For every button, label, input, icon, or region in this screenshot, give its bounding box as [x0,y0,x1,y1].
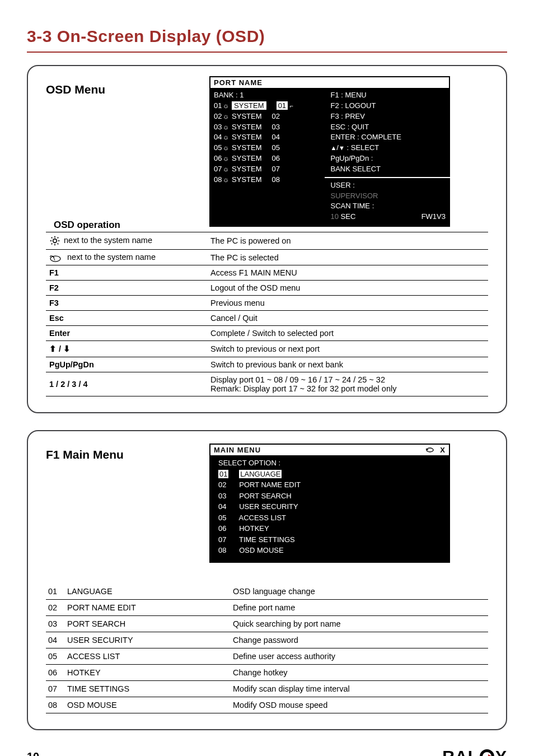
table-row: next to the system nameThe PC is selecte… [46,250,488,265]
osd-firmware: FW1V3 [421,212,446,222]
main-menu-item: 04 USER SECURITY [218,501,444,512]
osd-user-value: SUPERVISOR [330,191,446,202]
osd-port-row: 01☼ SYSTEM 01 ⌐ [214,101,321,111]
osd-port-row: 07☼ SYSTEM 07 [214,164,321,175]
table-row: EscCancel / Quit [46,311,488,326]
table-row: 06HOTKEYChange hotkey [46,665,488,681]
table-row: 02PORT NAME EDITDefine port name [46,600,488,616]
osd-help-line: ESC : QUIT [330,122,446,133]
logo-o-icon [480,749,494,756]
svg-line-8 [58,237,59,239]
main-menu-item: 02 PORT NAME EDIT [218,479,444,491]
table-row: 07TIME SETTINGSModify scan display time … [46,681,488,697]
main-menu-item: 01 LANGUAGE [218,469,444,480]
f1-main-menu-panel: F1 Main Menu MAIN MENU X SELECT OPTION :… [27,430,507,730]
main-menu-item: 07 TIME SETTINGS [218,534,444,545]
table-row: 01LANGUAGEOSD language change [46,584,488,600]
svg-line-7 [51,244,53,245]
table-row: F3Previous menu [46,296,488,311]
table-row: 05ACCESS LISTDefine user access authorit… [46,648,488,665]
title-rule [27,52,507,53]
osd-header: PORT NAME [210,77,449,88]
page-number: 10 [27,750,39,756]
osd-port-name-screenshot: PORT NAME BANK : 1 01☼ SYSTEM 01 ⌐02☼ SY… [209,76,450,227]
osd-menu-panel: OSD Menu PORT NAME BANK : 1 01☼ SYSTEM 0… [27,65,507,413]
main-menu-item: 08 OSD MOUSE [218,545,444,556]
main-menu-screenshot: MAIN MENU X SELECT OPTION : 01 LANGUAGE0… [209,444,450,563]
table-row: ⬆ / ⬇Switch to previous or next port [46,341,488,357]
up-down-arrows-icon: ⬆ / ⬇ [49,344,71,353]
table-row: F2Logout of the OSD menu [46,281,488,296]
osd-help-line: BANK SELECT [330,164,446,175]
table-row: PgUp/PgDnSwitch to previous bank or next… [46,357,488,372]
table-row: F1Access F1 MAIN MENU [46,265,488,281]
osd-port-row: 08☼ SYSTEM 08 [214,175,321,185]
table-row: next to the system nameThe PC is powered… [46,232,488,250]
osd-port-row: 05☼ SYSTEM 05 [214,143,321,153]
svg-point-0 [53,239,57,243]
osd-user-label: USER : [330,180,446,191]
osd-scan-label: SCAN TIME : [330,201,446,212]
osd-port-row: 06☼ SYSTEM 06 [214,153,321,164]
table-row: 04USER SECURITYChange password [46,632,488,648]
osd-bank-line: BANK : 1 [214,90,321,101]
main-menu-item: 06 HOTKEY [218,523,444,534]
osd-port-row: 02☼ SYSTEM 02 [214,111,321,122]
table-row: 03PORT SEARCHQuick searching by port nam… [46,616,488,632]
section-title: 3-3 On-Screen Display (OSD) [27,27,507,46]
osd-help-line: ▲/▼ : SELECT [330,143,446,153]
osd-scan-unit: SEC [341,212,356,221]
svg-line-6 [58,244,59,245]
main-menu-header: MAIN MENU [214,446,261,454]
osd-port-row: 03☼ SYSTEM 03 [214,122,321,133]
main-menu-item: 05 ACCESS LIST [218,512,444,524]
mouse-icon [49,253,64,262]
osd-scan-value: 10 [330,212,338,221]
table-row: EnterComplete / Switch to selected port [46,326,488,341]
brand-logo: RALY [442,747,507,756]
osd-help-line: ENTER : COMPLETE [330,132,446,143]
table-row: 08OSD MOUSEModify OSD mouse speed [46,697,488,713]
svg-point-9 [50,256,60,262]
osd-help-line: F1 : MENU [330,90,446,101]
svg-line-5 [51,237,53,239]
osd-help-line: PgUp/PgDn : [330,153,446,164]
main-menu-close-icons: X [425,446,446,454]
osd-port-list: BANK : 1 01☼ SYSTEM 01 ⌐02☼ SYSTEM 0203☼… [210,88,325,226]
osd-port-row: 04☼ SYSTEM 04 [214,132,321,143]
osd-help-line: F3 : PREV [330,111,446,122]
main-menu-item: 03 PORT SEARCH [218,491,444,502]
sun-icon [49,236,60,245]
main-menu-table: 01LANGUAGEOSD language change02PORT NAME… [46,584,488,713]
osd-help-line: F2 : LOGOUT [330,101,446,111]
table-row: 1 / 2 / 3 / 4Display port 01 ~ 08 / 09 ~… [46,372,488,396]
main-menu-select-label: SELECT OPTION : [218,458,444,469]
osd-help-column: F1 : MENUF2 : LOGOUTF3 : PREVESC : QUITE… [325,88,449,226]
osd-operation-table: next to the system nameThe PC is powered… [46,232,488,396]
